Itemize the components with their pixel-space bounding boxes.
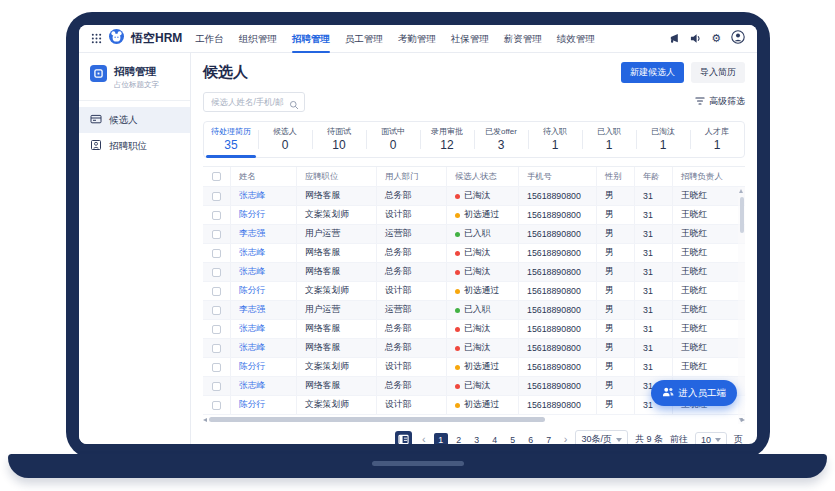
row-checkbox[interactable] [212, 287, 221, 296]
new-candidate-button[interactable]: 新建候选人 [621, 62, 684, 83]
tab-count: 35 [204, 138, 258, 152]
employee-portal-button[interactable]: 进入员工端 [651, 380, 738, 406]
page-number[interactable]: 7 [542, 433, 556, 445]
apps-grid-icon[interactable] [91, 30, 102, 48]
row-checkbox[interactable] [212, 382, 221, 391]
gear-icon[interactable]: ⚙ [711, 33, 721, 44]
nav-item[interactable]: 考勤管理 [398, 25, 436, 53]
table-settings-icon[interactable] [395, 431, 412, 444]
announcement-icon[interactable] [669, 30, 680, 48]
row-checkbox[interactable] [212, 211, 221, 220]
prev-page-icon[interactable]: ‹ [421, 434, 427, 444]
volume-icon[interactable] [690, 30, 701, 48]
tab-label: 待处理简历 [204, 126, 258, 137]
vertical-scroll-thumb[interactable] [740, 197, 744, 233]
status-tab[interactable]: 待处理简历35 [204, 122, 258, 157]
candidate-name-link[interactable]: 张志峰 [239, 266, 265, 278]
checkbox-cell [203, 244, 231, 262]
candidate-name-link[interactable]: 张志峰 [239, 190, 265, 202]
sidebar-title: 招聘管理 [114, 65, 159, 78]
page-number[interactable]: 2 [452, 433, 466, 445]
row-checkbox[interactable] [212, 325, 221, 334]
status-tab[interactable]: 已入职1 [582, 122, 636, 157]
nav-item[interactable]: 组织管理 [239, 25, 277, 53]
scroll-left-icon[interactable] [203, 418, 207, 422]
status-tab[interactable]: 人才库1 [690, 122, 744, 157]
page-number[interactable]: 6 [524, 433, 538, 445]
page-size-select[interactable]: 30条/页 [575, 430, 628, 444]
nav-item[interactable]: 员工管理 [345, 25, 383, 53]
page-number[interactable]: 3 [470, 433, 484, 445]
sidebar-item-candidates[interactable]: 候选人 [79, 107, 190, 133]
candidate-name-link[interactable]: 张志峰 [239, 380, 265, 392]
status-cell: 初选通过 [447, 358, 519, 376]
candidate-name-link[interactable]: 陈分行 [239, 399, 265, 411]
import-resume-button[interactable]: 导入简历 [691, 62, 745, 83]
owner-cell: 王晓红 [673, 225, 745, 243]
candidate-name-link[interactable]: 陈分行 [239, 361, 265, 373]
status-cell: 已淘汰 [447, 377, 519, 395]
row-checkbox[interactable] [212, 192, 221, 201]
status-tab[interactable]: 面试中0 [366, 122, 420, 157]
status-tab[interactable]: 待面试10 [312, 122, 366, 157]
tab-count: 0 [366, 138, 420, 152]
goto-page-select[interactable]: 10 [695, 432, 727, 445]
status-tab[interactable]: 已淘汰1 [636, 122, 690, 157]
status-dot-icon [455, 403, 460, 408]
candidate-name-link[interactable]: 张志峰 [239, 342, 265, 354]
row-checkbox[interactable] [212, 249, 221, 258]
navbar-right-icons: ⚙ [669, 30, 745, 48]
candidate-name-link[interactable]: 张志峰 [239, 247, 265, 259]
row-checkbox[interactable] [212, 268, 221, 277]
status-tab[interactable]: 候选人0 [258, 122, 312, 157]
sidebar-item-positions[interactable]: 招聘职位 [79, 133, 190, 159]
nav-item[interactable]: 社保管理 [451, 25, 489, 53]
phone-cell: 15618890800 [519, 358, 597, 376]
filter-icon [695, 96, 705, 108]
status-text: 初选通过 [464, 209, 499, 221]
phone-cell: 15618890800 [519, 301, 597, 319]
goto-page-value: 10 [701, 435, 711, 445]
status-cell: 已入职 [447, 225, 519, 243]
row-checkbox[interactable] [212, 363, 221, 372]
gender-cell: 男 [597, 187, 635, 205]
candidate-name-link[interactable]: 陈分行 [239, 285, 265, 297]
nav-item[interactable]: 绩效管理 [557, 25, 595, 53]
gender-cell: 男 [597, 320, 635, 338]
row-checkbox[interactable] [212, 401, 221, 410]
tab-label: 已发offer [474, 126, 528, 137]
goto-label: 前往 [670, 433, 688, 444]
advanced-filter-button[interactable]: 高级筛选 [695, 95, 745, 108]
page-number[interactable]: 5 [506, 433, 520, 445]
candidate-name-link[interactable]: 李志强 [239, 304, 265, 316]
row-checkbox[interactable] [212, 344, 221, 353]
status-text: 已淘汰 [464, 342, 490, 354]
age-cell: 31 [635, 225, 673, 243]
status-tab[interactable]: 已发offer3 [474, 122, 528, 157]
page-number[interactable]: 1 [434, 433, 448, 445]
next-page-icon[interactable]: › [563, 434, 569, 444]
nav-item[interactable]: 薪资管理 [504, 25, 542, 53]
candidate-name-link[interactable]: 陈分行 [239, 209, 265, 221]
horizontal-scrollbar[interactable] [203, 415, 745, 424]
vertical-scrollbar[interactable] [738, 187, 745, 424]
nav-item[interactable]: 招聘管理 [292, 25, 330, 53]
search-icon[interactable] [289, 96, 299, 114]
status-tab[interactable]: 录用审批12 [420, 122, 474, 157]
row-checkbox[interactable] [212, 306, 221, 315]
scroll-right-icon[interactable] [741, 418, 745, 422]
sidebar-item-label: 招聘职位 [109, 140, 147, 153]
candidate-name-link[interactable]: 李志强 [239, 228, 265, 240]
horizontal-scroll-thumb[interactable] [209, 417, 545, 422]
nav-item[interactable]: 工作台 [195, 25, 224, 53]
page-number[interactable]: 4 [488, 433, 502, 445]
candidate-name-link[interactable]: 张志峰 [239, 323, 265, 335]
name-cell: 陈分行 [231, 206, 297, 224]
scroll-up-icon[interactable] [739, 189, 743, 193]
avatar-icon[interactable] [731, 30, 745, 48]
select-all-checkbox[interactable] [212, 172, 221, 181]
row-checkbox[interactable] [212, 230, 221, 239]
status-tab[interactable]: 待入职1 [528, 122, 582, 157]
table-row: 陈分行文案策划师设计部初选通过15618890800男31王晓红 [203, 282, 745, 301]
status-cell: 已淘汰 [447, 187, 519, 205]
